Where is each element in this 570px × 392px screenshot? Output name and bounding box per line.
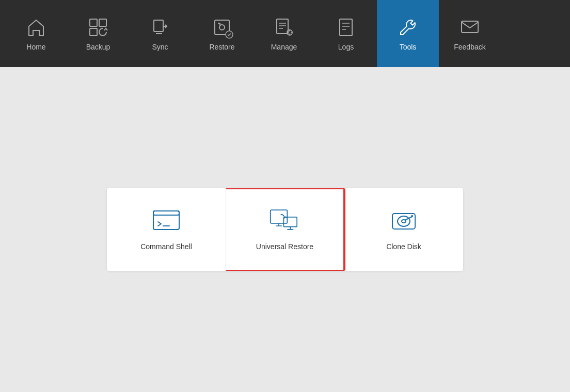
- svg-rect-7: [277, 19, 288, 34]
- tools-icon: [397, 16, 419, 39]
- svg-rect-3: [154, 20, 163, 31]
- restore-icon: [211, 16, 233, 39]
- nav-label-feedback: Feedback: [454, 43, 485, 51]
- svg-point-5: [219, 25, 225, 30]
- svg-rect-16: [462, 21, 478, 32]
- tool-card-command-shell[interactable]: Command Shell: [107, 188, 226, 271]
- nav-label-manage: Manage: [271, 43, 297, 51]
- navbar: Home Backup Sync Restore: [0, 0, 570, 67]
- clone-disk-label: Clone Disk: [386, 242, 421, 251]
- backup-icon: [87, 16, 109, 39]
- svg-rect-23: [283, 217, 297, 227]
- manage-icon: [273, 16, 295, 39]
- svg-rect-18: [153, 211, 179, 215]
- nav-label-restore: Restore: [209, 43, 234, 51]
- tool-card-universal-restore[interactable]: Universal Restore: [226, 188, 344, 271]
- svg-rect-12: [340, 19, 352, 36]
- nav-item-home[interactable]: Home: [5, 0, 67, 67]
- logs-icon: [335, 16, 357, 39]
- svg-rect-17: [153, 211, 179, 230]
- nav-label-sync: Sync: [152, 43, 168, 51]
- home-icon: [25, 16, 48, 39]
- tools-grid: Command Shell Universal Restore: [107, 188, 463, 271]
- feedback-icon: [458, 16, 481, 39]
- nav-label-backup: Backup: [86, 43, 110, 51]
- svg-rect-0: [90, 19, 97, 26]
- svg-rect-2: [90, 28, 97, 36]
- nav-label-logs: Logs: [338, 43, 354, 51]
- svg-point-28: [402, 220, 406, 223]
- universal-restore-icon: [270, 208, 300, 234]
- svg-point-27: [398, 216, 410, 226]
- nav-item-feedback[interactable]: Feedback: [439, 0, 501, 67]
- nav-item-restore[interactable]: Restore: [191, 0, 253, 67]
- command-shell-icon: [151, 208, 182, 234]
- svg-rect-1: [99, 19, 106, 26]
- main-content: Command Shell Universal Restore: [0, 67, 570, 392]
- command-shell-label: Command Shell: [140, 242, 192, 251]
- clone-disk-icon: [388, 208, 419, 234]
- nav-item-manage[interactable]: Manage: [253, 0, 315, 67]
- nav-item-sync[interactable]: Sync: [129, 0, 191, 67]
- nav-label-tools: Tools: [400, 43, 417, 51]
- nav-item-logs[interactable]: Logs: [315, 0, 377, 67]
- nav-item-tools[interactable]: Tools: [377, 0, 439, 67]
- universal-restore-label: Universal Restore: [256, 242, 313, 251]
- nav-item-backup[interactable]: Backup: [67, 0, 129, 67]
- tool-card-clone-disk[interactable]: Clone Disk: [344, 188, 463, 271]
- svg-point-30: [411, 215, 413, 217]
- nav-label-home: Home: [26, 43, 45, 51]
- sync-icon: [149, 16, 171, 39]
